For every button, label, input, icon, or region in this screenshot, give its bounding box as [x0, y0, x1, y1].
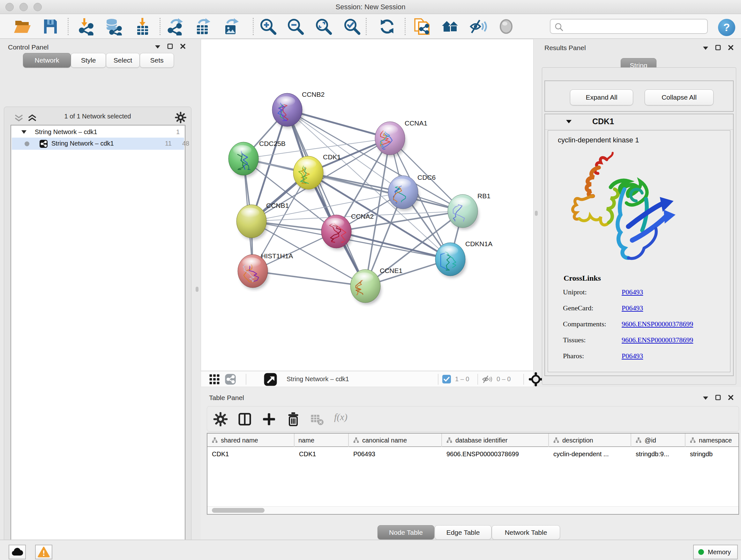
export-table-icon[interactable]	[194, 17, 212, 36]
column-header-canonical-name[interactable]: canonical name	[349, 434, 442, 447]
close-panel-icon[interactable]	[728, 395, 734, 401]
node-CCNE1[interactable]: CCNE1	[350, 267, 402, 305]
column-header-description[interactable]: description	[549, 434, 631, 447]
table-row[interactable]: CDK1CDK1P064939606.ENSP00000378699cyclin…	[207, 448, 738, 460]
node-label-RB1: RB1	[477, 192, 490, 199]
tab-node-table[interactable]: Node Table	[378, 525, 434, 540]
zoom-selected-icon[interactable]	[343, 17, 361, 36]
node-RB1[interactable]: RB1	[448, 192, 490, 230]
zoom-out-icon[interactable]	[286, 17, 305, 36]
delete-column-icon[interactable]	[286, 412, 301, 427]
table-cell[interactable]: stringdb	[685, 448, 739, 460]
search-box[interactable]	[550, 19, 708, 34]
network-graph[interactable]: CCNB2CCNA1CDC25BCDK1CDC6RB1CCNB1CCNA2CDK…	[201, 39, 533, 371]
float-panel-icon[interactable]	[167, 44, 173, 51]
zoom-in-icon[interactable]	[259, 17, 277, 36]
node-CDC6[interactable]: CDC6	[388, 174, 435, 211]
node-CCNA1[interactable]: CCNA1	[375, 119, 427, 157]
import-network-file-icon[interactable]	[77, 17, 95, 36]
column-header-label: database identifier	[455, 437, 508, 444]
node-CDKN1A[interactable]: CDKN1A	[435, 240, 492, 278]
node-CCNB2[interactable]: CCNB2	[272, 91, 325, 128]
table-cell[interactable]: 9606.ENSP00000378699	[442, 448, 549, 460]
splitter-handle[interactable]	[196, 287, 199, 292]
table-cell[interactable]: CDK1	[294, 448, 349, 460]
close-panel-icon[interactable]	[180, 44, 186, 51]
table-header-row: shared namenamecanonical namedatabase id…	[207, 434, 738, 447]
column-header-namespace[interactable]: namespace	[685, 434, 739, 447]
crosslink-value-link[interactable]: P06493	[622, 304, 643, 312]
tab-style[interactable]: Style	[71, 53, 106, 68]
expand-all-button[interactable]: Expand All	[570, 89, 633, 105]
collapse-panel-icon[interactable]	[155, 44, 160, 50]
gene-collapse-icon[interactable]	[566, 120, 571, 124]
column-namespace-icon	[553, 437, 560, 444]
create-column-icon[interactable]	[261, 412, 277, 427]
table-cell[interactable]: cyclin-dependent ...	[549, 448, 631, 460]
collapse-panel-icon[interactable]	[703, 45, 708, 51]
warnings-button[interactable]	[35, 545, 52, 559]
grid-view-icon[interactable]	[209, 374, 220, 385]
node-table[interactable]: shared namenamecanonical namedatabase id…	[207, 433, 739, 515]
selected-checkbox-icon[interactable]	[442, 375, 451, 383]
export-image-icon[interactable]	[222, 17, 240, 36]
network-options-gear-icon[interactable]	[175, 111, 187, 124]
crosslink-value-link[interactable]: P06493	[622, 352, 643, 360]
import-table-icon[interactable]	[133, 17, 151, 36]
scrollbar-thumb[interactable]	[212, 508, 265, 513]
cloud-status-button[interactable]	[9, 545, 26, 559]
table-cell[interactable]: stringdb:9...	[631, 448, 685, 460]
help-button[interactable]: ?	[718, 19, 735, 36]
close-panel-icon[interactable]	[728, 45, 734, 52]
node-count: 11	[165, 140, 172, 147]
birds-eye-view-icon[interactable]	[264, 373, 277, 386]
network-from-clipboard-icon[interactable]	[413, 17, 431, 36]
crosslink-value-link[interactable]: P06493	[622, 288, 643, 296]
node-HIST1H1A[interactable]: HIST1H1A	[238, 252, 293, 290]
float-panel-icon[interactable]	[715, 395, 721, 401]
column-header-shared-name[interactable]: shared name	[207, 434, 294, 447]
crosslink-row: Uniprot:P06493	[557, 288, 723, 304]
table-cell[interactable]: P06493	[349, 448, 442, 460]
crosslink-label: Compartments:	[563, 320, 606, 328]
edge-HIST1H1A-CCNE1[interactable]	[253, 271, 365, 286]
tab-select[interactable]: Select	[106, 53, 140, 68]
tree-expand-icon[interactable]	[21, 130, 26, 134]
network-row-selected[interactable]: String Network – cdk1 11 48	[12, 138, 184, 150]
edge-CCNB2-CCNE1[interactable]	[287, 110, 365, 286]
node-CCNA2[interactable]: CCNA2	[321, 212, 374, 250]
column-header-database-identifier[interactable]: database identifier	[442, 434, 549, 447]
column-header-name[interactable]: name	[294, 434, 349, 447]
crosslink-value-link[interactable]: 9606.ENSP00000378699	[622, 320, 693, 328]
network-view-share-icon[interactable]	[225, 374, 236, 385]
collapse-panel-icon[interactable]	[703, 395, 708, 401]
tab-edge-table[interactable]: Edge Table	[434, 525, 491, 540]
refresh-icon[interactable]	[378, 17, 396, 36]
crosslink-value-link[interactable]: 9606.ENSP00000378699	[622, 336, 693, 344]
zoom-fit-icon[interactable]	[315, 17, 333, 36]
import-network-database-icon[interactable]	[104, 17, 122, 36]
open-session-icon[interactable]	[13, 17, 31, 36]
show-panel-icon[interactable]	[497, 17, 515, 36]
node-CDC25B[interactable]: CDC25B	[228, 140, 286, 177]
float-panel-icon[interactable]	[715, 45, 721, 52]
network-canvas[interactable]: CCNB2CCNA1CDC25BCDK1CDC6RB1CCNB1CCNA2CDK…	[201, 39, 534, 371]
tab-network-table[interactable]: Network Table	[492, 525, 560, 540]
column-header--id[interactable]: @id	[631, 434, 685, 447]
gene-card-header[interactable]: CDK1	[545, 114, 733, 130]
collapse-all-button[interactable]: Collapse All	[645, 89, 714, 105]
memory-button[interactable]: Memory	[693, 545, 738, 559]
export-network-icon[interactable]	[166, 17, 184, 36]
search-input[interactable]	[565, 21, 702, 32]
edge-CDK1-RB1[interactable]	[308, 173, 463, 211]
horizontal-scrollbar[interactable]	[207, 506, 738, 514]
save-session-icon[interactable]	[42, 17, 59, 36]
string-home-icon[interactable]	[441, 17, 459, 36]
network-collection-row[interactable]: String Network – cdk1 1	[12, 127, 184, 138]
tab-sets[interactable]: Sets	[140, 53, 174, 68]
tab-network[interactable]: Network	[23, 53, 71, 68]
table-options-gear-icon[interactable]	[213, 412, 228, 427]
show-columns-icon[interactable]	[237, 412, 253, 427]
table-cell[interactable]: CDK1	[207, 448, 294, 460]
hide-panel-icon[interactable]	[469, 17, 487, 36]
